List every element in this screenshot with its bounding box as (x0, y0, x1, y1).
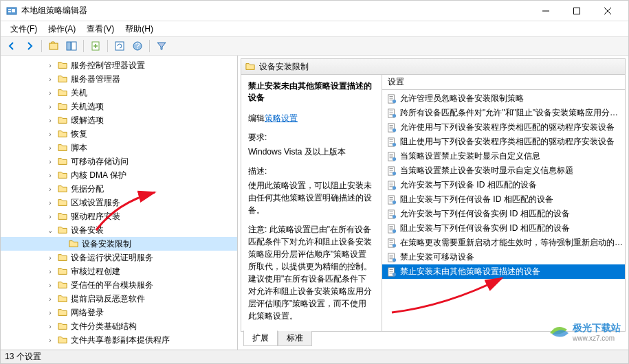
up-button[interactable] (45, 38, 62, 54)
setting-row[interactable]: 禁止安装未由其他策略设置描述的设备 (382, 264, 625, 279)
settings-list[interactable]: 允许管理员忽略设备安装限制策略跨所有设备匹配条件对"允许"和"阻止"设备安装策略… (382, 90, 625, 331)
setting-row[interactable]: 在策略更改需要重新启动才能生效时，等待强制重新启动的… (382, 236, 625, 250)
tree-item[interactable]: 凭据分配 (1, 182, 237, 196)
folder-icon (57, 280, 68, 291)
back-button[interactable] (3, 38, 20, 54)
setting-label: 允许安装与下列设备 ID 相匹配的设备 (400, 179, 537, 191)
tree-item[interactable]: 关机选项 (1, 100, 237, 113)
filter-button[interactable] (153, 38, 170, 54)
maximize-button[interactable] (561, 1, 592, 21)
tree-item[interactable]: 关机 (1, 86, 237, 100)
svg-rect-5 (573, 8, 580, 14)
menu-file[interactable]: 文件(F) (5, 22, 43, 36)
setting-row[interactable]: 允许安装与下列设备 ID 相匹配的设备 (382, 178, 625, 192)
tree-item[interactable]: 设备安装 (1, 223, 237, 237)
svg-point-79 (393, 272, 396, 275)
setting-label: 当策略设置禁止设备安装时显示自定义信息标题 (400, 165, 573, 177)
tab-extended[interactable]: 扩展 (243, 330, 278, 346)
svg-point-19 (393, 99, 396, 102)
tree-item[interactable]: 驱动程序安装 (1, 209, 237, 223)
tree-toggle-icon[interactable] (45, 144, 56, 152)
statusbar: 13 个设置 (1, 350, 628, 363)
tree-item[interactable]: 区域设置服务 (1, 196, 237, 209)
tree-toggle-icon[interactable] (45, 309, 56, 317)
tree-toggle-icon[interactable] (45, 76, 56, 83)
tree-item[interactable]: 恢复 (1, 127, 237, 141)
menu-action[interactable]: 操作(A) (43, 22, 81, 36)
setting-row[interactable]: 当策略设置禁止安装时显示自定义信息 (382, 149, 625, 163)
tree-toggle-icon[interactable] (45, 89, 56, 97)
setting-row[interactable]: 跨所有设备匹配条件对"允许"和"阻止"设备安装策略应用分… (382, 106, 625, 120)
folder-icon (57, 334, 68, 345)
tree-item[interactable]: 缓解选项 (1, 113, 237, 127)
tree-toggle-icon[interactable] (45, 227, 56, 234)
tree-toggle-icon[interactable] (45, 337, 56, 344)
svg-point-24 (393, 113, 396, 117)
tree-item-label: 网络登录 (71, 307, 104, 319)
tree-item-label: 受信任的平台模块服务 (71, 280, 153, 291)
forward-button[interactable] (21, 38, 38, 54)
tree-toggle-icon[interactable] (45, 295, 56, 303)
tree-item[interactable]: 服务器管理器 (1, 72, 237, 86)
setting-label: 允许管理员忽略设备安装限制策略 (400, 93, 524, 104)
tree-toggle-icon[interactable] (45, 62, 56, 69)
menu-view[interactable]: 查看(V) (81, 22, 120, 36)
status-text: 13 个设置 (5, 351, 41, 363)
folder-icon (57, 170, 68, 181)
tree-toggle-icon[interactable] (45, 172, 56, 179)
tree-toggle-icon[interactable] (45, 117, 56, 124)
tree-toggle-icon[interactable] (45, 158, 56, 166)
policy-icon (386, 151, 397, 162)
settings-column-header[interactable]: 设置 (382, 75, 625, 90)
window-controls (530, 1, 623, 21)
setting-row[interactable]: 允许安装与下列任何设备实例 ID 相匹配的设备 (382, 207, 625, 221)
tree-item-label: 文件分类基础结构 (71, 321, 137, 332)
tree-toggle-icon[interactable] (45, 282, 56, 289)
svg-rect-3 (12, 9, 15, 12)
folder-icon (57, 252, 68, 263)
setting-row[interactable]: 禁止安装可移动设备 (382, 250, 625, 264)
setting-row[interactable]: 阻止安装与下列任何设备 ID 相匹配的设备 (382, 192, 625, 207)
setting-row[interactable]: 当策略设置禁止设备安装时显示自定义信息标题 (382, 163, 625, 178)
export-button[interactable] (87, 38, 104, 54)
menu-help[interactable]: 帮助(H) (120, 22, 159, 36)
close-button[interactable] (592, 1, 623, 21)
tree-toggle-icon[interactable] (45, 323, 56, 330)
tree-item-label: 关机 (71, 87, 87, 99)
setting-row[interactable]: 阻止安装与下列任何设备实例 ID 相匹配的设备 (382, 221, 625, 236)
setting-row[interactable]: 允许管理员忽略设备安装限制策略 (382, 91, 625, 106)
tree-toggle-icon[interactable] (45, 199, 56, 207)
tree-toggle-icon[interactable] (45, 254, 56, 262)
tree-item[interactable]: 内核 DMA 保护 (1, 168, 237, 182)
show-hide-tree-button[interactable] (63, 38, 80, 54)
tree-item-label: 审核过程创建 (71, 266, 120, 277)
refresh-button[interactable] (111, 38, 128, 54)
policy-setting-link[interactable]: 策略设置 (265, 113, 298, 123)
minimize-button[interactable] (530, 1, 561, 21)
folder-icon (57, 266, 68, 277)
tree-item[interactable]: 网络登录 (1, 306, 237, 319)
tree-toggle-icon[interactable] (45, 268, 56, 275)
tree-item[interactable]: 文件共享卷影副本提供程序 (1, 333, 237, 347)
setting-row[interactable]: 允许使用与下列设备安装程序类相匹配的驱动程序安装设备 (382, 120, 625, 135)
tree-toggle-icon[interactable] (45, 130, 56, 138)
help-button[interactable]: ? (129, 38, 146, 54)
tree-toggle-icon[interactable] (45, 213, 56, 220)
desc-desc-value: 使用此策略设置，可以阻止安装未由任何其他策略设置明确描述的设备。 (248, 179, 375, 216)
tree-item[interactable]: 审核过程创建 (1, 264, 237, 278)
tree-panel[interactable]: 服务控制管理器设置服务器管理器关机关机选项缓解选项恢复脚本可移动存储访问内核 D… (1, 56, 238, 350)
setting-row[interactable]: 阻止使用与下列设备安装程序类相匹配的驱动程序安装设备 (382, 135, 625, 149)
tree-item[interactable]: 提前启动反恶意软件 (1, 292, 237, 306)
tree-item[interactable]: 受信任的平台模块服务 (1, 278, 237, 292)
tree-item[interactable]: 设备运行状况证明服务 (1, 251, 237, 264)
tree-item[interactable]: 脚本 (1, 141, 237, 155)
setting-label: 在策略更改需要重新启动才能生效时，等待强制重新启动的… (400, 237, 623, 249)
tree-item[interactable]: 服务控制管理器设置 (1, 58, 237, 72)
tree-item[interactable]: 可移动存储访问 (1, 155, 237, 168)
tree-item[interactable]: 设备安装限制 (1, 237, 237, 251)
tree-toggle-icon[interactable] (45, 103, 56, 111)
folder-icon (57, 225, 68, 236)
tree-toggle-icon[interactable] (45, 185, 56, 193)
tree-item[interactable]: 文件分类基础结构 (1, 319, 237, 333)
tab-standard[interactable]: 标准 (278, 331, 312, 346)
